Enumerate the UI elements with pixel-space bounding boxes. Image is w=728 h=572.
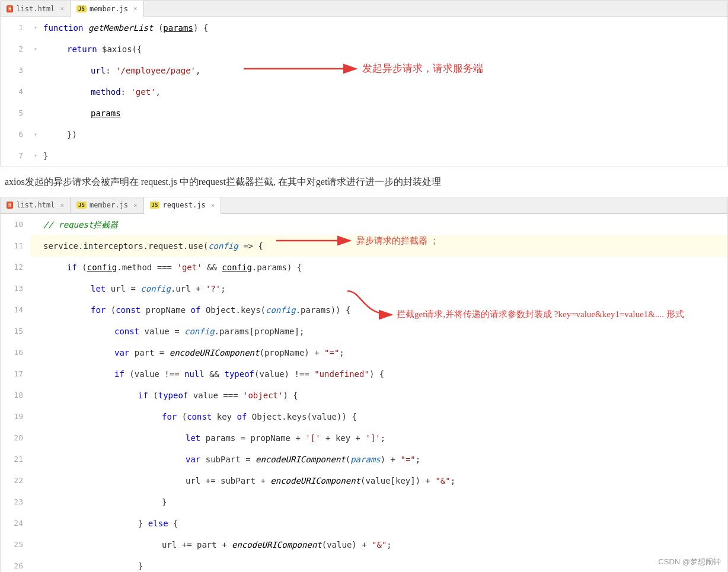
- tab2-request-js[interactable]: JS request.js ×: [144, 197, 222, 214]
- line-num-4: 4: [1, 81, 30, 103]
- collapse-2: ▾: [30, 39, 41, 60]
- js-icon2: JS: [76, 202, 87, 209]
- code-line-4: 4 method: 'get',: [1, 81, 727, 103]
- line-content2-11: service.interceptors.request.use(config …: [41, 235, 727, 257]
- line-content2-13: let url = config.url + '?';: [41, 278, 727, 299]
- editor2-code: 10 // request拦截器 11 service.interceptors…: [1, 214, 727, 572]
- line-content-5: params: [41, 103, 727, 124]
- code-line2-14: 14 for (const propName of Object.keys(co…: [1, 299, 727, 321]
- code-line2-20: 20 let params = propName + '[' + key + '…: [1, 427, 727, 449]
- collapse-6: ▾: [30, 124, 41, 145]
- js-icon: JS: [76, 5, 87, 12]
- collapse-4: [30, 81, 41, 103]
- tab2-list-html-label: list.html: [16, 201, 55, 209]
- line-num-2: 2: [1, 39, 30, 60]
- collapse2-21: [30, 449, 41, 470]
- code-line2-13: 13 let url = config.url + '?';: [1, 278, 727, 299]
- line-content-6: }): [41, 124, 727, 145]
- line-num2-22: 22: [1, 470, 30, 491]
- code-line2-25: 25 url += part + encodeURIComponent(valu…: [1, 534, 727, 555]
- tab2-member-js[interactable]: JS member.js ×: [71, 197, 144, 213]
- line-num-6: 6: [1, 124, 30, 145]
- line-num2-24: 24: [1, 513, 30, 534]
- editor2: H list.html × JS member.js × JS request.…: [0, 197, 728, 572]
- line-content-4: method: 'get',: [41, 81, 727, 103]
- description-text: axios发起的异步请求会被声明在 request.js 中的request拦截…: [0, 167, 728, 197]
- collapse2-25: [30, 534, 41, 555]
- line-num2-26: 26: [1, 555, 30, 572]
- editor2-tabbar: H list.html × JS member.js × JS request.…: [1, 197, 727, 214]
- line-num2-15: 15: [1, 321, 30, 342]
- tab2-list-html[interactable]: H list.html ×: [1, 197, 71, 213]
- line-num2-17: 17: [1, 363, 30, 385]
- line-num2-21: 21: [1, 449, 30, 470]
- code-line2-18: 18 if (typeof value === 'object') {: [1, 385, 727, 406]
- collapse-5: [30, 103, 41, 124]
- collapse2-15: [30, 321, 41, 342]
- html-icon2: H: [7, 202, 13, 209]
- code-line2-26: 26 }: [1, 555, 727, 572]
- collapse2-10: [30, 214, 41, 235]
- line-content2-12: if (config.method === 'get' && config.pa…: [41, 257, 727, 278]
- collapse-3: [30, 60, 41, 81]
- tab2-member-js-close[interactable]: ×: [133, 202, 138, 209]
- code-line2-24: 24 } else {: [1, 513, 727, 534]
- code-line2-19: 19 for (const key of Object.keys(value))…: [1, 406, 727, 427]
- tab-member-js-label: member.js: [90, 5, 128, 13]
- code-line2-15: 15 const value = config.params[propName]…: [1, 321, 727, 342]
- code-line-3: 3 url: '/employee/page',: [1, 60, 727, 81]
- tab-list-html[interactable]: H list.html ×: [1, 1, 71, 17]
- line-content2-20: let params = propName + '[' + key + ']';: [41, 427, 727, 449]
- line-num2-13: 13: [1, 278, 30, 299]
- tab-list-html-close[interactable]: ×: [60, 5, 64, 12]
- code-line-2: 2 ▾ return $axios({: [1, 39, 727, 60]
- tab2-request-js-close[interactable]: ×: [211, 202, 215, 209]
- tab-member-js[interactable]: JS member.js ×: [71, 1, 144, 17]
- line-num2-23: 23: [1, 491, 30, 513]
- collapse2-26: [30, 555, 41, 572]
- watermark: CSDN @梦想闹钟: [658, 557, 721, 567]
- line-content2-25: url += part + encodeURIComponent(value) …: [41, 534, 727, 555]
- code-line2-10: 10 // request拦截器: [1, 214, 727, 235]
- tab-member-js-close[interactable]: ×: [133, 5, 138, 12]
- code-line-1: 1 ▾ function getMemberList (params) {: [1, 17, 727, 39]
- code-line2-11: 11 service.interceptors.request.use(conf…: [1, 235, 727, 257]
- collapse-7: ▾: [30, 145, 41, 167]
- line-content2-23: }: [41, 491, 727, 513]
- collapse2-17: [30, 363, 41, 385]
- tab2-list-html-close[interactable]: ×: [60, 202, 64, 209]
- line-content-3: url: '/employee/page',: [41, 60, 727, 81]
- line-num-5: 5: [1, 103, 30, 124]
- editor1-tabbar: H list.html × JS member.js ×: [1, 1, 727, 17]
- code-line-7: 7 ▾ }: [1, 145, 727, 167]
- line-content2-14: for (const propName of Object.keys(confi…: [41, 299, 727, 321]
- line-num-7: 7: [1, 145, 30, 167]
- line-num2-16: 16: [1, 342, 30, 363]
- editor2-container: H list.html × JS member.js × JS request.…: [0, 197, 728, 572]
- collapse2-19: [30, 406, 41, 427]
- html-icon: H: [7, 5, 13, 12]
- line-num-1: 1: [1, 17, 30, 39]
- collapse2-18: [30, 385, 41, 406]
- line-content2-16: var part = encodeURIComponent(propName) …: [41, 342, 727, 363]
- code-line2-22: 22 url += subPart + encodeURIComponent(v…: [1, 470, 727, 491]
- line-content2-22: url += subPart + encodeURIComponent(valu…: [41, 470, 727, 491]
- line-content2-26: }: [41, 555, 727, 572]
- editor1-code: 1 ▾ function getMemberList (params) { 2 …: [1, 17, 727, 167]
- line-num2-11: 11: [1, 235, 30, 257]
- code-line2-21: 21 var subPart = encodeURIComponent(para…: [1, 449, 727, 470]
- collapse2-12: [30, 257, 41, 278]
- line-num-3: 3: [1, 60, 30, 81]
- collapse2-23: [30, 491, 41, 513]
- code-line2-12: 12 if (config.method === 'get' && config…: [1, 257, 727, 278]
- line-content-7: }: [41, 145, 727, 167]
- collapse-1: ▾: [30, 17, 41, 39]
- collapse2-24: [30, 513, 41, 534]
- line-content-2: return $axios({: [41, 39, 727, 60]
- line-num2-12: 12: [1, 257, 30, 278]
- collapse2-11: [30, 235, 41, 257]
- code-line-5: 5 params: [1, 103, 727, 124]
- line-content2-21: var subPart = encodeURIComponent(params)…: [41, 449, 727, 470]
- tab2-request-js-label: request.js: [162, 201, 205, 209]
- line-num2-18: 18: [1, 385, 30, 406]
